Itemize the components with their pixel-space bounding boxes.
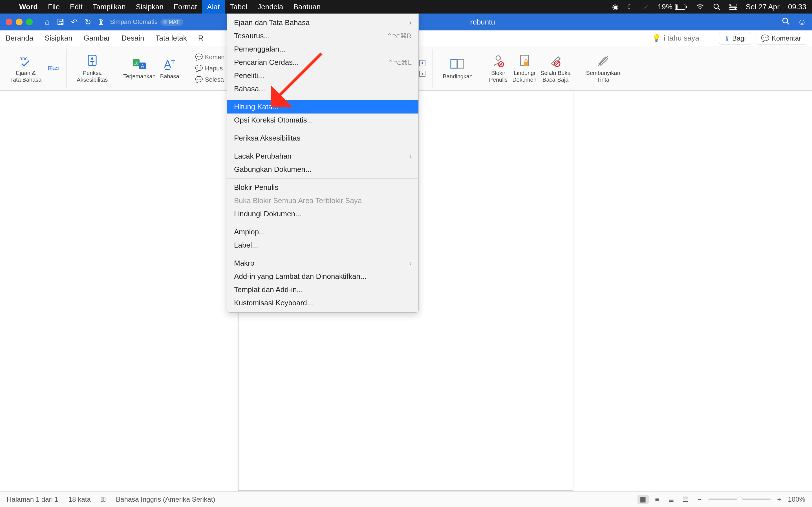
accessibility-check-button[interactable]: Periksa Aksesibilitas <box>77 54 108 83</box>
translate-button[interactable]: あA Terjemahkan <box>123 57 156 80</box>
menu-alat[interactable]: Alat <box>202 0 225 13</box>
close-window[interactable] <box>6 18 12 25</box>
zoom-in[interactable]: + <box>777 496 781 503</box>
save-icon[interactable]: 🖫 <box>56 17 65 27</box>
record-icon[interactable]: ◉ <box>612 3 619 11</box>
window-controls[interactable] <box>6 18 33 25</box>
svg-point-13 <box>91 57 93 60</box>
spelling-grammar-button[interactable]: abc Ejaan & Tata Bahasa <box>10 54 42 83</box>
menubar-time[interactable]: 09.33 <box>788 3 806 11</box>
menu-addin-lambat[interactable]: Add-in yang Lambat dan Dinonaktifkan... <box>227 270 418 283</box>
translate-icon: あA <box>132 57 147 71</box>
search-document-icon[interactable] <box>782 17 790 27</box>
prev-change-btn[interactable] <box>418 59 427 67</box>
view-mode-toggle[interactable]: ▦ ≡ ≣ ☰ <box>638 495 691 504</box>
fullscreen-window[interactable] <box>26 18 33 25</box>
block-authors-button[interactable]: Blokir Penulis <box>488 54 508 83</box>
menu-jendela[interactable]: Jendela <box>252 0 288 13</box>
app-name[interactable]: Word <box>14 0 43 13</box>
count-123-button[interactable]: ⊞123 <box>45 61 61 75</box>
zoom-pct[interactable]: 100% <box>788 496 805 503</box>
view-print-icon[interactable]: ≡ <box>652 495 663 504</box>
svg-point-24 <box>496 56 500 60</box>
readonly-icon <box>548 54 563 68</box>
new-comment-btn[interactable]: 💬Komen <box>195 54 225 61</box>
menu-peneliti[interactable]: Peneliti... <box>227 69 418 82</box>
svg-line-4 <box>718 8 720 10</box>
svg-text:あ: あ <box>134 60 139 65</box>
accessibility-icon <box>84 54 100 68</box>
status-language[interactable]: Bahasa Inggris (Amerika Serikat) <box>116 496 215 503</box>
menubar-date[interactable]: Sel 27 Apr <box>746 3 779 11</box>
compare-button[interactable]: Bandingkan <box>443 57 473 80</box>
tab-gambar[interactable]: Gambar <box>84 30 110 47</box>
menu-ejaan-tatabahasa[interactable]: Ejaan dan Tata Bahasa› <box>227 16 418 29</box>
resolve-comment-btn[interactable]: 💬Selesa <box>195 76 224 83</box>
menu-blokir-penulis[interactable]: Blokir Penulis <box>227 181 418 194</box>
zoom-out[interactable]: − <box>698 496 702 503</box>
tab-desain[interactable]: Desain <box>121 30 144 47</box>
menu-edit[interactable]: Edit <box>65 0 88 13</box>
apple-menu[interactable] <box>6 0 14 13</box>
language-button[interactable]: A̲ᵀ Bahasa <box>160 57 180 80</box>
menu-periksa-aksesibilitas[interactable]: Periksa Aksesibilitas <box>227 131 418 145</box>
wifi-icon[interactable] <box>696 3 705 10</box>
svg-point-9 <box>783 18 788 23</box>
tab-beranda[interactable]: Beranda <box>6 30 33 47</box>
delete-comment-btn[interactable]: 💬Hapus <box>195 65 223 72</box>
airdrop-icon[interactable]: ⟋ <box>642 3 649 11</box>
comment-icon: 💬 <box>761 34 769 42</box>
readonly-button[interactable]: Selalu Buka Baca-Saja <box>541 54 571 83</box>
tab-partial[interactable]: R <box>198 30 204 47</box>
menu-file[interactable]: File <box>43 0 65 13</box>
protect-doc-button[interactable]: Lindungi Dokumen <box>512 54 537 83</box>
view-focus-icon[interactable]: ▦ <box>638 495 649 504</box>
menu-tesaurus[interactable]: Tesaurus...⌃⌥⌘R <box>227 29 418 43</box>
view-outline-icon[interactable]: ☰ <box>680 495 691 504</box>
doc-icon[interactable]: 🗎 <box>96 17 106 27</box>
tab-sisipkan[interactable]: Sisipkan <box>45 30 72 47</box>
autosave-toggle[interactable]: Simpan Otomatis MATI <box>110 18 183 25</box>
zoom-slider[interactable] <box>709 499 770 500</box>
menu-makro[interactable]: Makro› <box>227 257 418 270</box>
menu-sisipkan[interactable]: Sisipkan <box>131 0 168 13</box>
menu-label[interactable]: Label... <box>227 238 418 252</box>
control-center-icon[interactable] <box>729 4 737 10</box>
menu-bahasa[interactable]: Bahasa... <box>227 82 418 96</box>
menu-format[interactable]: Format <box>168 0 202 13</box>
menu-kustomisasi-keyboard[interactable]: Kustomisasi Keyboard... <box>227 296 418 309</box>
lock-doc-icon <box>516 54 532 68</box>
hide-ink-button[interactable]: Sembunyikan Tinta <box>586 54 620 83</box>
menu-tampilkan[interactable]: Tampilkan <box>88 0 131 13</box>
menu-pencarian-cerdas[interactable]: Pencarian Cerdas...⌃⌥⌘L <box>227 56 418 69</box>
home-icon[interactable]: ⌂ <box>42 17 52 27</box>
status-page[interactable]: Halaman 1 dari 1 <box>7 496 58 503</box>
view-web-icon[interactable]: ≣ <box>666 495 677 504</box>
share-button[interactable]: ⇪ Bagi <box>719 32 751 45</box>
menu-lindungi-dokumen[interactable]: Lindungi Dokumen... <box>227 207 418 221</box>
menu-gabungkan-dokumen[interactable]: Gabungkan Dokumen... <box>227 163 418 176</box>
menu-koreksi-otomatis[interactable]: Opsi Koreksi Otomatis... <box>227 114 418 127</box>
battery-status[interactable]: 19% <box>658 3 687 11</box>
block-author-icon <box>490 54 506 68</box>
menu-templat-addin[interactable]: Templat dan Add-in... <box>227 283 418 296</box>
undo-icon[interactable]: ↶ <box>69 17 79 27</box>
tab-tataletak[interactable]: Tata letak <box>155 30 187 47</box>
next-change-btn[interactable] <box>418 70 427 78</box>
menu-amplop[interactable]: Amplop... <box>227 225 418 238</box>
redo-icon[interactable]: ↻ <box>83 17 93 27</box>
smiley-feedback-icon[interactable]: ☺ <box>798 17 806 27</box>
spotlight-icon[interactable] <box>713 3 720 10</box>
moon-icon[interactable]: ☾ <box>627 3 633 11</box>
menu-lacak-perubahan[interactable]: Lacak Perubahan› <box>227 150 418 163</box>
tell-me[interactable]: 💡 i tahu saya <box>652 34 699 43</box>
status-proofing-icon[interactable]: 🗎̶ <box>101 496 106 503</box>
bulb-icon: 💡 <box>652 34 661 43</box>
menu-pemenggalan[interactable]: Pemenggalan... <box>227 43 418 56</box>
menu-tabel[interactable]: Tabel <box>225 0 252 13</box>
menu-bantuan[interactable]: Bantuan <box>288 0 326 13</box>
menu-hitung-kata[interactable]: Hitung Kata... <box>227 100 418 114</box>
comments-button[interactable]: 💬 Komentar <box>756 32 806 45</box>
status-word-count[interactable]: 18 kata <box>68 496 91 503</box>
minimize-window[interactable] <box>16 18 22 25</box>
